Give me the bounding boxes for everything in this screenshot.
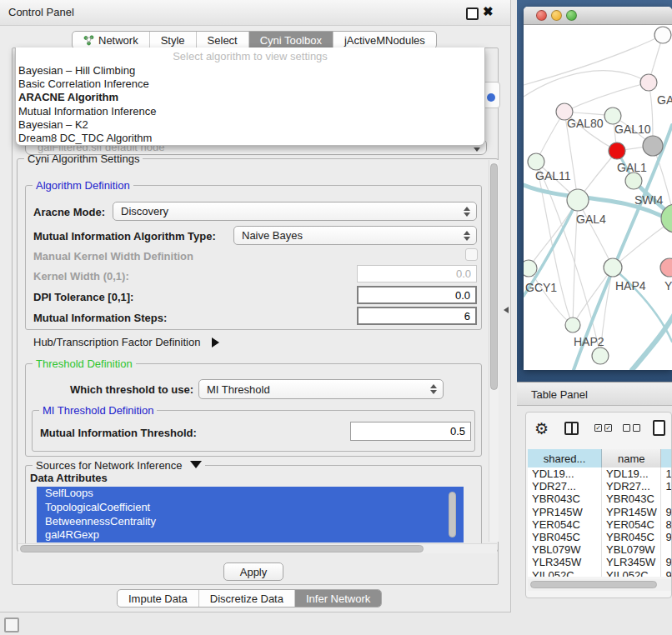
table-row[interactable]: YBR045CYBR045C9. — [528, 531, 672, 543]
node-gal11[interactable] — [528, 153, 544, 170]
dropdown-item-selected[interactable]: ARACNE Algorithm — [16, 91, 484, 104]
table-row[interactable]: YDR27...YDR27...12 — [528, 480, 672, 492]
dropdown-item[interactable]: Mutual Information Inference — [16, 105, 484, 118]
list-item[interactable]: BetweennessCentrality — [37, 515, 464, 529]
table-row[interactable]: YIL052CYIL052C9 — [528, 569, 672, 578]
mi-threshold-field[interactable] — [350, 422, 471, 441]
scrollbar-thumb[interactable] — [530, 581, 657, 588]
cell: YBR043C — [602, 492, 661, 505]
mi-steps-field[interactable] — [357, 307, 477, 325]
node-label: Y — [664, 279, 672, 292]
node-gal4[interactable] — [567, 189, 589, 211]
scrollbar-thumb[interactable] — [20, 545, 424, 552]
apply-button[interactable]: Apply — [223, 562, 283, 581]
column-header-name[interactable]: name — [602, 449, 661, 468]
combo-spinner-icon — [464, 207, 470, 217]
cell: YPR145W — [602, 506, 661, 518]
tab-select[interactable]: Select — [196, 32, 248, 48]
cell: 9 — [661, 569, 672, 578]
close-traffic-light-icon[interactable] — [536, 10, 547, 21]
table-horizontal-scrollbar[interactable] — [528, 579, 671, 591]
column-header-shared[interactable]: shared... — [528, 449, 602, 468]
chevron-right-icon — [212, 338, 219, 348]
table-row[interactable]: YDL19...YDL19...13 — [528, 468, 672, 480]
table-row[interactable]: YBL079WYBL079W — [528, 543, 672, 556]
sources-expander[interactable]: Sources for Network Inference — [33, 459, 205, 472]
table-row[interactable]: YPR145WYPR145W9. — [528, 506, 672, 518]
tab-infer-network[interactable]: Infer Network — [294, 590, 381, 607]
node-unlabeled[interactable] — [654, 27, 671, 43]
cell: YBR045C — [602, 531, 661, 543]
dropdown-item[interactable]: Bayesian – Hill Climbing — [16, 64, 484, 78]
tab-label: Style — [161, 34, 185, 47]
tab-label: Network — [98, 34, 138, 47]
node-unlabeled[interactable] — [592, 348, 609, 364]
node-y-partial[interactable] — [660, 258, 672, 277]
splitter-collapse-icon[interactable] — [504, 307, 509, 313]
tab-cyni-toolbox[interactable]: Cyni Toolbox — [248, 32, 333, 48]
table-row[interactable]: YER054CYER054C8. — [528, 518, 672, 531]
new-table-icon[interactable] — [653, 420, 665, 436]
which-threshold-combo[interactable]: MI Threshold — [198, 379, 444, 399]
tab-label: Select — [208, 34, 238, 47]
apply-label: Apply — [240, 566, 268, 578]
dropdown-item[interactable]: Dream8 DC_TDC Algorithm — [16, 132, 484, 145]
mi-algorithm-type-combo[interactable]: Naive Bayes — [233, 226, 477, 245]
split-pane-icon[interactable] — [564, 422, 579, 435]
cell: YDL19... — [602, 468, 661, 480]
tab-discretize-data[interactable]: Discretize Data — [198, 590, 294, 607]
window-close-icon[interactable]: ✖ — [483, 4, 494, 19]
control-panel-tabbar: Network Style Select Cyni Toolbox jActiv… — [72, 31, 437, 49]
select-all-columns-icon[interactable]: ✓✓ — [594, 424, 612, 432]
minimize-traffic-light-icon[interactable] — [551, 10, 562, 21]
hub-definition-expander[interactable]: Hub/Transcription Factor Definition — [33, 336, 219, 348]
table-row[interactable]: YLR345WYLR345W9. — [528, 556, 672, 568]
tab-jactivemnodules[interactable]: jActiveMNodules — [333, 32, 436, 48]
node-gcy1[interactable] — [524, 260, 537, 277]
tab-style[interactable]: Style — [149, 32, 196, 48]
node-gal-partial[interactable] — [640, 74, 657, 91]
window-float-icon[interactable] — [466, 8, 479, 20]
cell: YDL19... — [528, 468, 602, 480]
column-header-partial[interactable] — [661, 449, 672, 468]
settings-horizontal-scrollbar[interactable] — [18, 543, 497, 553]
deselect-all-columns-icon[interactable] — [623, 424, 640, 432]
node-hap4[interactable] — [604, 258, 622, 277]
node-gray[interactable] — [643, 136, 663, 156]
cell: 9. — [661, 531, 672, 543]
hub-definition-label: Hub/Transcription Factor Definition — [33, 336, 200, 348]
combo-value: Naive Bayes — [242, 229, 303, 242]
tab-network[interactable]: Network — [73, 32, 149, 48]
network-canvas[interactable]: GAL GAL80 GAL10 GAL1 GAL11 SWI4 GAL4 GCY… — [524, 25, 672, 370]
table-panel-inner: ⚙ ✓✓ shared... name YDL19...YDL19...13 Y… — [525, 412, 672, 598]
list-scrollbar-thumb[interactable] — [449, 492, 456, 538]
dropdown-item[interactable]: Bayesian – K2 — [16, 118, 484, 132]
cell: YLR345W — [528, 556, 602, 568]
list-item[interactable]: TopologicalCoefficient — [37, 501, 464, 515]
manual-kernel-checkbox — [465, 248, 478, 261]
cell: 13 — [661, 468, 672, 480]
node-gal1-red[interactable] — [609, 142, 625, 159]
list-item[interactable]: gal4RGexp — [37, 528, 464, 542]
scrollbar-thumb[interactable] — [490, 163, 498, 390]
tab-impute-data[interactable]: Impute Data — [118, 590, 198, 607]
cell — [661, 543, 672, 556]
table-header-row: shared... name — [528, 449, 672, 468]
node-hap2[interactable] — [565, 318, 580, 332]
tab-label: Infer Network — [306, 592, 370, 605]
aracne-mode-combo[interactable]: Discovery — [113, 202, 477, 221]
dpi-tolerance-field[interactable] — [357, 286, 477, 304]
cell: YER054C — [602, 518, 661, 531]
gear-icon[interactable]: ⚙ — [534, 419, 549, 438]
chevron-down-icon — [190, 461, 202, 468]
node-gal10[interactable] — [604, 108, 621, 124]
zoom-traffic-light-icon[interactable] — [566, 10, 577, 21]
list-item[interactable]: SelfLoops — [37, 487, 464, 501]
node-swi4[interactable] — [625, 172, 642, 189]
data-attributes-list: SelfLoops TopologicalCoefficient Between… — [37, 487, 464, 542]
dropdown-item[interactable]: Basic Correlation Inference — [16, 78, 484, 91]
settings-vertical-scrollbar[interactable] — [489, 160, 499, 542]
table-row[interactable]: YBR043CYBR043C — [528, 492, 672, 505]
minimized-panel-icon[interactable] — [4, 618, 19, 632]
bottom-tabbar: Impute Data Discretize Data Infer Networ… — [117, 589, 382, 608]
